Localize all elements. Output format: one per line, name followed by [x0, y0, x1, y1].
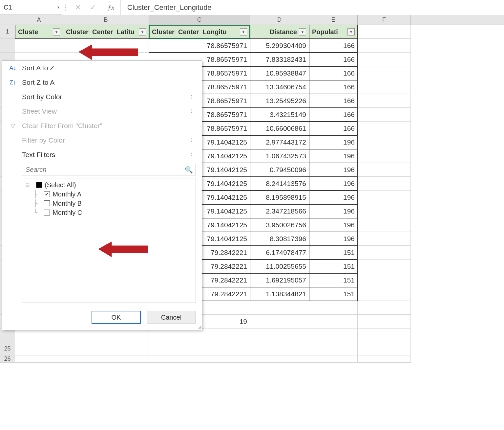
filter-item-monthly-a[interactable]: ├ ✔ Monthly A — [26, 190, 192, 199]
cell-distance[interactable]: 1.067432573 — [250, 149, 309, 163]
annotation-arrow-2 — [98, 240, 154, 260]
chevron-right-icon: 〉 — [190, 93, 196, 101]
resize-grip-icon[interactable]: ◢ — [198, 325, 201, 329]
ok-button[interactable]: OK — [92, 311, 141, 324]
sort-az[interactable]: A↓ Sort A to Z — [2, 61, 202, 75]
chevron-down-icon[interactable]: ▼ — [57, 6, 60, 9]
cell-population[interactable]: 166 — [309, 108, 358, 122]
filter-button-population[interactable]: ▼ — [347, 28, 355, 35]
filter-item-monthly-b[interactable]: ├ Monthly B — [26, 199, 192, 208]
filter-item-select-all[interactable]: ⊟ (Select All) — [26, 180, 192, 190]
cell-distance[interactable]: 6.174978477 — [250, 246, 309, 260]
cell-population[interactable]: 151 — [309, 287, 358, 301]
cell-population[interactable]: 196 — [309, 204, 358, 218]
cell-population[interactable]: 196 — [309, 177, 358, 191]
cell-distance[interactable]: 13.34606754 — [250, 80, 309, 94]
col-header-A[interactable]: A — [15, 15, 63, 25]
cell-distance[interactable]: 10.66006861 — [250, 122, 309, 135]
cell-population[interactable]: 166 — [309, 80, 358, 94]
cell-distance[interactable]: 2.977443172 — [250, 135, 309, 149]
table-row: 78.865759715.299304409166 — [0, 39, 504, 53]
header-population[interactable]: Populati ▼ — [309, 25, 358, 39]
cell-population[interactable]: 196 — [309, 191, 358, 204]
cell-distance[interactable]: 0.79450096 — [250, 163, 309, 177]
select-all-corner[interactable] — [0, 15, 15, 25]
col-header-F[interactable]: F — [358, 15, 411, 25]
search-icon: 🔍 — [185, 166, 193, 174]
cell-population[interactable]: 151 — [309, 273, 358, 287]
cell-distance[interactable]: 3.43215149 — [250, 108, 309, 122]
row-header-26[interactable]: 26 — [0, 355, 15, 363]
cell-population[interactable]: 196 — [309, 218, 358, 232]
cell-distance[interactable]: 7.833182431 — [250, 53, 309, 66]
chevron-right-icon: 〉 — [190, 151, 196, 159]
checkbox-unchecked-icon[interactable] — [44, 210, 50, 215]
sort-za[interactable]: Z↓ Sort Z to A — [2, 75, 202, 90]
filter-button-distance[interactable]: ▼ — [299, 28, 306, 35]
cancel-button[interactable]: Cancel — [147, 311, 196, 324]
cell-distance[interactable]: 11.00255655 — [250, 260, 309, 273]
autofilter-menu: A↓ Sort A to Z Z↓ Sort Z to A Sort by Co… — [2, 60, 202, 330]
row-header[interactable] — [0, 39, 15, 53]
cell-distance[interactable]: 10.95938847 — [250, 66, 309, 80]
cell-population[interactable]: 196 — [309, 163, 358, 177]
filter-button-longitude[interactable]: ▼ — [240, 28, 247, 35]
cell-population[interactable]: 151 — [309, 246, 358, 260]
accept-icon[interactable]: ✓ — [90, 3, 96, 12]
header-row: 1 Cluste ▼ Cluster_Center_Latitu ▼ Clust… — [0, 25, 504, 39]
name-box[interactable]: C1 ▼ — [0, 0, 62, 15]
col-header-B[interactable]: B — [63, 15, 149, 25]
fx-icon[interactable]: ƒx — [102, 0, 121, 15]
cell-distance[interactable]: 1.692195057 — [250, 273, 309, 287]
cell-population[interactable]: 166 — [309, 94, 358, 108]
blank-row-2 — [0, 328, 504, 342]
text-filters[interactable]: Text Filters 〉 — [2, 147, 202, 162]
filter-menu-buttons: OK Cancel — [2, 307, 202, 330]
cell-population[interactable]: 166 — [309, 53, 358, 66]
cell-population[interactable]: 196 — [309, 232, 358, 246]
col-header-D[interactable]: D — [250, 15, 309, 25]
formula-bar-value[interactable]: Cluster_Center_Longitude — [121, 0, 504, 15]
cell-population[interactable]: 151 — [309, 260, 358, 273]
filter-button-latitude[interactable]: ▼ — [139, 28, 146, 35]
cell-population[interactable]: 166 — [309, 66, 358, 80]
formula-bar-actions: ✕ ✓ — [69, 0, 102, 15]
name-box-value: C1 — [4, 4, 12, 11]
row-header-25[interactable]: 25 — [0, 342, 15, 355]
cell-distance[interactable]: 8.195898915 — [250, 191, 309, 204]
header-f-empty[interactable] — [358, 25, 411, 39]
cell-population[interactable]: 166 — [309, 39, 358, 53]
cell-population[interactable]: 196 — [309, 149, 358, 163]
row-header-1[interactable]: 1 — [0, 25, 15, 39]
cell-distance[interactable]: 8.30817396 — [250, 232, 309, 246]
col-header-E[interactable]: E — [309, 15, 358, 25]
row-header-blank2[interactable] — [0, 328, 15, 342]
checkbox-checked-icon[interactable]: ✔ — [44, 191, 50, 197]
filter-search[interactable]: 🔍 — [22, 164, 196, 175]
cell-distance[interactable]: 8.241413576 — [250, 177, 309, 191]
sort-za-icon: Z↓ — [8, 79, 17, 86]
cell-population[interactable]: 196 — [309, 135, 358, 149]
sort-by-color[interactable]: Sort by Color 〉 — [2, 90, 202, 104]
cell-population[interactable]: 166 — [309, 122, 358, 135]
header-cluster[interactable]: Cluste ▼ — [15, 25, 63, 39]
cell-distance[interactable]: 5.299304409 — [250, 39, 309, 53]
header-distance[interactable]: Distance ▼ — [250, 25, 309, 39]
checkbox-unchecked-icon[interactable] — [44, 200, 50, 206]
filter-by-color: Filter by Color 〉 — [2, 133, 202, 147]
filter-button-cluster[interactable]: ▼ — [53, 28, 60, 35]
svg-marker-1 — [98, 242, 148, 257]
cell-distance[interactable]: 1.138344821 — [250, 287, 309, 301]
cell-distance[interactable]: 13.25495226 — [250, 94, 309, 108]
cancel-icon[interactable]: ✕ — [75, 3, 81, 12]
header-latitude[interactable]: Cluster_Center_Latitu ▼ — [63, 25, 149, 39]
cell-longitude[interactable]: 78.86575971 — [149, 39, 250, 53]
checkbox-mixed-icon[interactable] — [36, 182, 42, 188]
cell-distance[interactable]: 3.950026756 — [250, 218, 309, 232]
sheet-view: Sheet View 〉 — [2, 104, 202, 119]
cell-distance[interactable]: 2.347218566 — [250, 204, 309, 218]
filter-search-input[interactable] — [25, 166, 185, 174]
filter-item-monthly-c[interactable]: └ Monthly C — [26, 208, 192, 217]
col-header-C[interactable]: C — [149, 15, 250, 25]
header-longitude[interactable]: Cluster_Center_Longitu ▼ — [149, 25, 250, 39]
